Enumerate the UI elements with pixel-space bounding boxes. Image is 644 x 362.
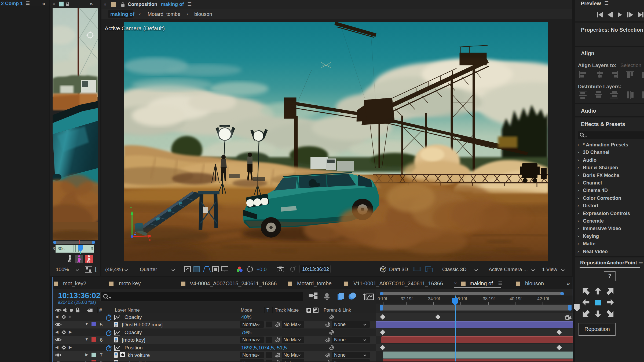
svg-text:x: x — [149, 238, 151, 242]
svg-text:Y: Y — [130, 206, 132, 210]
svg-text:Z: Z — [134, 231, 136, 235]
